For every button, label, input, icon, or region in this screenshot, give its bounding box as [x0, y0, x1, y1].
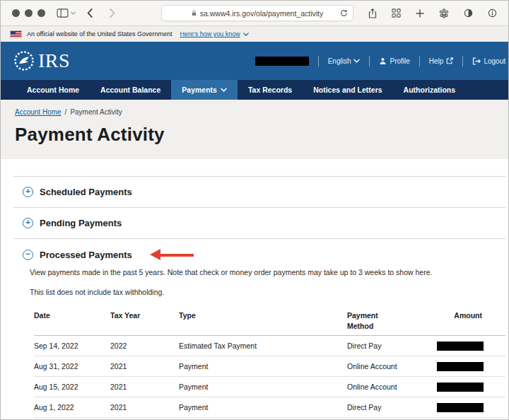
- cell-tax-year: 2021: [110, 403, 179, 412]
- language-label: English: [328, 57, 351, 65]
- col-header-date: Date: [34, 310, 110, 321]
- cell-method: Direct Pay: [347, 403, 437, 412]
- arrow-tail: [160, 254, 194, 257]
- col-header-type: Type: [179, 310, 347, 321]
- accordion-processed-payments[interactable]: Processed Payments: [13, 239, 505, 261]
- help-label: Help: [429, 57, 444, 65]
- cell-tax-year: 2021: [110, 362, 179, 371]
- payments-table: Date Tax Year Type Payment Method Amount…: [34, 308, 505, 418]
- nav-item-account-home[interactable]: Account Home: [16, 80, 90, 100]
- new-tab-icon[interactable]: [416, 9, 424, 18]
- external-link-icon: [446, 57, 453, 64]
- nav-item-payments-label: Payments: [182, 86, 217, 94]
- cell-type: Payment: [179, 383, 347, 391]
- page-hero: Account Home / Payment Activity Payment …: [1, 100, 509, 159]
- url-text: sa.www4.irs.gov/ola/payment_activity: [200, 9, 324, 18]
- logout-link[interactable]: Logout: [472, 57, 505, 65]
- window-minimize-button[interactable]: [25, 9, 33, 17]
- cell-date: Aug 15, 2022: [34, 383, 110, 391]
- window-controls[interactable]: [12, 9, 45, 17]
- forward-button[interactable]: [110, 8, 115, 18]
- table-row: Sep 14, 2022 2022 Estimated Tax Payment …: [34, 336, 505, 356]
- page-title: Payment Activity: [15, 124, 504, 146]
- irs-logo[interactable]: IRS: [13, 50, 70, 71]
- nav-item-tax-records[interactable]: Tax Records: [238, 80, 303, 100]
- nav-item-payments[interactable]: Payments: [171, 80, 238, 100]
- extensions-icon[interactable]: [439, 8, 449, 18]
- profile-label: Profile: [390, 57, 409, 65]
- cell-date: Aug 31, 2022: [34, 362, 110, 371]
- amount-redacted-bar: [437, 403, 484, 412]
- amount-redacted-bar: [437, 383, 484, 392]
- col-header-tax-year: Tax Year: [110, 310, 179, 321]
- amount-redacted-bar: [437, 342, 484, 351]
- irs-logo-text: IRS: [38, 51, 70, 71]
- logout-label: Logout: [484, 57, 505, 65]
- window-close-button[interactable]: [12, 9, 20, 17]
- gov-banner-link[interactable]: Here's how you know: [180, 30, 248, 37]
- accordion-scheduled-payments[interactable]: Scheduled Payments: [13, 177, 505, 207]
- col-header-payment-method: Payment Method: [347, 310, 391, 331]
- browser-window: sa.www4.irs.gov/ola/payment_activity: [0, 0, 509, 420]
- red-annotation-arrow: [150, 249, 194, 261]
- primary-nav: Account Home Account Balance Payments Ta…: [1, 80, 509, 100]
- plus-circle-icon: [23, 218, 33, 228]
- person-icon: [379, 57, 387, 65]
- accordion-label: Processed Payments: [40, 250, 132, 260]
- table-row: Aug 1, 2022 2021 Payment Direct Pay: [34, 397, 505, 418]
- sidebar-toggle-button[interactable]: [57, 8, 76, 18]
- window-zoom-button[interactable]: [37, 9, 45, 17]
- browser-toolbar: sa.www4.irs.gov/ola/payment_activity: [1, 1, 508, 26]
- separator: [462, 56, 463, 66]
- breadcrumb-account-home[interactable]: Account Home: [15, 108, 62, 116]
- chevron-down-icon: [221, 88, 227, 92]
- accordion-pending-payments[interactable]: Pending Payments: [13, 208, 505, 238]
- us-flag-icon: [10, 30, 22, 38]
- cell-method: Online Account: [347, 362, 437, 371]
- cell-tax-year: 2022: [110, 342, 179, 350]
- share-icon[interactable]: [368, 8, 377, 18]
- reload-button[interactable]: [340, 9, 348, 17]
- breadcrumb-separator: /: [65, 108, 67, 116]
- minus-circle-icon: [23, 250, 33, 260]
- main-content: Scheduled Payments Pending Payments Proc…: [1, 159, 509, 420]
- cell-type: Payment: [179, 362, 347, 371]
- nav-item-authorizations[interactable]: Authorizations: [393, 80, 467, 100]
- address-bar[interactable]: sa.www4.irs.gov/ola/payment_activity: [161, 5, 353, 21]
- table-header-row: Date Tax Year Type Payment Method Amount: [34, 308, 505, 336]
- nav-item-notices-letters[interactable]: Notices and Letters: [303, 80, 392, 100]
- language-dropdown[interactable]: English: [328, 57, 361, 65]
- amount-redacted-bar: [437, 362, 484, 371]
- cell-date: Aug 1, 2022: [34, 403, 110, 412]
- irs-eagle-emblem-icon: [13, 50, 35, 71]
- header-utility-nav: English Profile Help: [255, 56, 505, 66]
- gov-banner-text: An official website of the United States…: [27, 30, 172, 37]
- profile-link[interactable]: Profile: [379, 57, 409, 65]
- help-link[interactable]: Help: [429, 57, 454, 65]
- separator: [318, 56, 319, 66]
- info-circle-icon[interactable]: [488, 8, 497, 18]
- cell-method: Direct Pay: [347, 342, 437, 350]
- table-row: Aug 15, 2022 2021 Payment Online Account: [34, 377, 505, 397]
- gov-banner: An official website of the United States…: [1, 26, 509, 42]
- breadcrumb: Account Home / Payment Activity: [15, 108, 504, 116]
- accordion-label: Pending Payments: [40, 218, 122, 228]
- accordion-label: Scheduled Payments: [40, 187, 132, 197]
- tab-grid-icon[interactable]: [392, 8, 401, 18]
- irs-header: IRS English: [1, 42, 509, 80]
- chevron-down-icon: [353, 59, 360, 63]
- processed-description: View payments made in the past 5 years. …: [30, 268, 505, 276]
- chevron-down-icon: [71, 11, 76, 15]
- sidebar-icon: [57, 8, 69, 18]
- chevron-down-icon: [243, 33, 249, 36]
- lock-icon: [192, 10, 197, 16]
- logout-icon: [472, 57, 481, 65]
- cell-tax-year: 2021: [110, 383, 179, 391]
- history-nav: [87, 8, 115, 18]
- back-button[interactable]: [87, 8, 93, 18]
- reader-contrast-icon[interactable]: [464, 8, 473, 18]
- col-header-amount: Amount: [437, 310, 505, 321]
- cell-type: Estimated Tax Payment: [179, 342, 347, 350]
- nav-item-account-balance[interactable]: Account Balance: [90, 80, 171, 100]
- separator: [369, 56, 370, 66]
